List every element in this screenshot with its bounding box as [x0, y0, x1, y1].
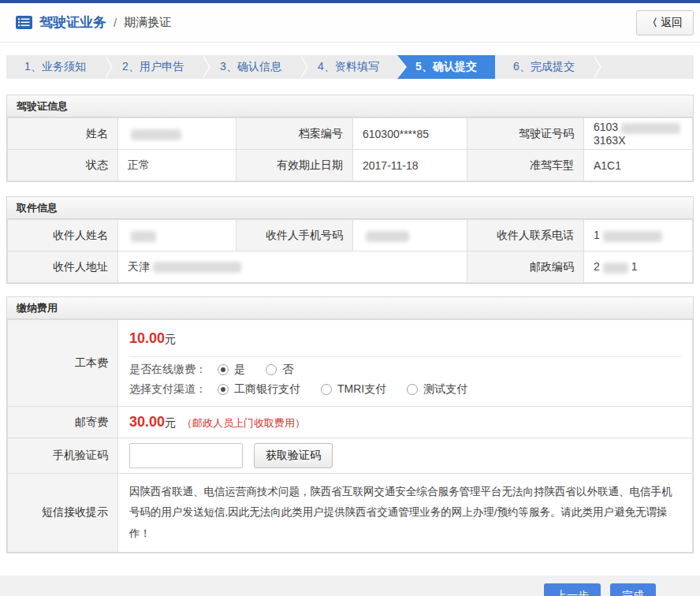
table-row: 手机验证码 获取验证码 — [8, 438, 693, 474]
expiry-date-value: 2017-11-18 — [353, 150, 467, 181]
step-4-fill-data: 4、资料填写 — [300, 55, 397, 79]
online-pay-no-radio[interactable]: 否 — [266, 363, 293, 377]
pickup-info-section-title: 取件信息 — [7, 197, 693, 219]
breadcrumb-separator: / — [114, 16, 117, 29]
breadcrumb: 驾驶证业务 / 期满换证 — [16, 13, 171, 32]
page-header: 驾驶证业务 / 期满换证 〈 返回 — [0, 3, 700, 43]
license-info-table: 姓名 档案编号 610300****85 驾驶证号码 61033163X 状态 … — [7, 117, 693, 181]
radio-label: 是 — [234, 363, 245, 377]
step-6-complete-submit: 6、完成提交 — [495, 55, 593, 79]
license-number-value: 61033163X — [584, 118, 693, 150]
fees-section-title: 缴纳费用 — [7, 297, 693, 319]
expiry-date-label: 有效期止日期 — [236, 150, 353, 181]
production-fee-cell: 10.00元 是否在线缴费： 是 否 选择支付渠道： — [118, 320, 693, 407]
radio-label: 测试支付 — [423, 382, 467, 397]
online-pay-label: 是否在线缴费： — [129, 363, 207, 377]
step-wizard: 1、业务须知 2、用户申告 3、确认信息 4、资料填写 5、确认提交 6、完成提… — [6, 55, 694, 79]
page-subtitle: 期满换证 — [124, 15, 171, 30]
value-prefix: 1 — [594, 229, 600, 241]
value-suffix: 3163X — [594, 134, 625, 147]
captcha-cell: 获取验证码 — [118, 438, 693, 474]
value-suffix: 1 — [631, 260, 638, 273]
production-fee-label: 工本费 — [8, 320, 118, 407]
pay-channel-icbc-radio[interactable]: 工商银行支付 — [218, 382, 300, 397]
online-pay-row: 是否在线缴费： 是 否 — [118, 357, 692, 377]
step-3-confirm-info: 3、确认信息 — [202, 55, 300, 79]
chevron-left-icon: 〈 — [647, 16, 657, 30]
radio-label: 否 — [282, 363, 293, 377]
radio-unchecked-icon — [266, 364, 277, 375]
fees-section: 缴纳费用 工本费 10.00元 是否在线缴费： 是 否 — [6, 296, 694, 553]
radio-label: TMRI支付 — [337, 382, 386, 397]
table-row: 工本费 10.00元 是否在线缴费： 是 否 — [8, 320, 693, 407]
postal-code-value: 21 — [584, 251, 693, 283]
redacted-value — [131, 129, 181, 140]
online-pay-yes-radio[interactable]: 是 — [218, 363, 245, 377]
fees-table: 工本费 10.00元 是否在线缴费： 是 否 — [7, 319, 693, 553]
recipient-address-value: 天津 — [118, 251, 467, 283]
redacted-value — [153, 262, 241, 273]
redacted-value — [131, 231, 156, 242]
recipient-name-value — [118, 220, 236, 251]
recipient-phone-label: 收件人联系电话 — [467, 220, 584, 251]
status-value: 正常 — [118, 150, 236, 181]
pay-channel-label: 选择支付渠道： — [129, 382, 207, 397]
table-row: 短信接收提示 因陕西省联通、电信运营商技术问题，陕西省互联网交通安全综合服务管理… — [8, 474, 693, 553]
license-info-section-title: 驾驶证信息 — [7, 95, 693, 117]
value-prefix: 6103 — [594, 121, 618, 133]
mail-fee-cell: 30.00元 （邮政人员上门收取费用） — [118, 407, 693, 438]
mail-fee-note: （邮政人员上门收取费用） — [182, 417, 305, 429]
license-info-section: 驾驶证信息 姓名 档案编号 610300****85 驾驶证号码 6103316… — [6, 95, 694, 182]
form-icon — [16, 16, 32, 29]
license-number-label: 驾驶证号码 — [467, 118, 584, 150]
get-captcha-button[interactable]: 获取验证码 — [254, 443, 333, 468]
sms-tip-label: 短信接收提示 — [8, 474, 118, 553]
recipient-mobile-label: 收件人手机号码 — [236, 220, 353, 251]
captcha-label: 手机验证码 — [8, 438, 118, 474]
vehicle-class-label: 准驾车型 — [467, 150, 584, 181]
mail-fee-label: 邮寄费 — [8, 407, 118, 438]
page-title: 驾驶证业务 — [39, 13, 106, 32]
production-fee-amount-line: 10.00元 — [118, 320, 692, 356]
recipient-mobile-value — [353, 220, 467, 251]
redacted-value — [366, 231, 409, 242]
pay-channel-test-radio[interactable]: 测试支付 — [407, 382, 467, 397]
previous-step-button[interactable]: 上一步 — [544, 583, 601, 596]
production-fee-amount: 10.00 — [129, 330, 165, 346]
recipient-name-label: 收件人姓名 — [8, 220, 118, 251]
table-row: 状态 正常 有效期止日期 2017-11-18 准驾车型 A1C1 — [8, 150, 693, 181]
mail-fee-unit: 元 — [165, 416, 176, 429]
file-number-value: 610300****85 — [353, 118, 467, 150]
finish-button[interactable]: 完成 — [610, 583, 656, 596]
status-label: 状态 — [8, 150, 118, 181]
step-2-user-declaration: 2、用户申告 — [104, 55, 202, 79]
sms-tip-text: 因陕西省联通、电信运营商技术问题，陕西省互联网交通安全综合服务管理平台无法向持陕… — [118, 474, 693, 553]
redacted-value — [603, 263, 628, 274]
production-fee-unit: 元 — [165, 333, 176, 345]
step-1-business-notice: 1、业务须知 — [6, 55, 104, 79]
radio-unchecked-icon — [321, 384, 332, 395]
step-5-confirm-submit: 5、确认提交 — [397, 55, 495, 79]
table-row: 姓名 档案编号 610300****85 驾驶证号码 61033163X — [8, 118, 693, 150]
mail-fee-amount: 30.00 — [129, 414, 165, 430]
radio-checked-icon — [218, 384, 229, 395]
value-prefix: 天津 — [128, 260, 150, 273]
pay-channel-tmri-radio[interactable]: TMRI支付 — [321, 382, 386, 397]
pickup-info-section: 取件信息 收件人姓名 收件人手机号码 收件人联系电话 1 收件人地址 天津 邮政… — [6, 196, 694, 284]
captcha-input[interactable] — [129, 443, 243, 468]
file-number-label: 档案编号 — [236, 118, 353, 150]
pickup-info-table: 收件人姓名 收件人手机号码 收件人联系电话 1 收件人地址 天津 邮政编码 21 — [7, 219, 693, 283]
footer-action-bar: 上一步 完成 — [0, 576, 700, 596]
radio-checked-icon — [218, 364, 229, 375]
recipient-address-label: 收件人地址 — [8, 251, 118, 283]
pay-channel-row: 选择支付渠道： 工商银行支付 TMRI支付 测试支付 — [118, 377, 692, 406]
table-row: 收件人姓名 收件人手机号码 收件人联系电话 1 — [8, 220, 693, 251]
radio-unchecked-icon — [407, 384, 418, 395]
value-prefix: 2 — [594, 260, 600, 273]
back-button[interactable]: 〈 返回 — [636, 10, 694, 35]
redacted-value — [603, 231, 662, 242]
postal-code-label: 邮政编码 — [467, 251, 584, 283]
radio-label: 工商银行支付 — [234, 382, 300, 397]
vehicle-class-value: A1C1 — [584, 150, 693, 181]
name-value — [118, 118, 236, 150]
